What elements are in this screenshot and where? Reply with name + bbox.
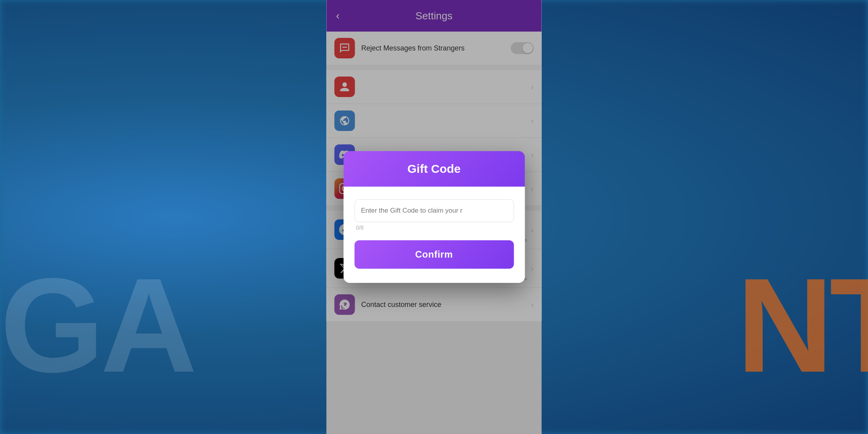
- char-count: 0/8: [354, 224, 514, 231]
- modal-body: 0/8 Confirm: [343, 187, 525, 283]
- background-text-left: GA: [0, 248, 193, 402]
- gift-code-input[interactable]: [354, 199, 514, 222]
- background-text-right: NT: [737, 248, 868, 402]
- modal-title: Gift Code: [408, 162, 461, 175]
- modal-header: Gift Code: [343, 151, 525, 187]
- phone-screen: ‹ Settings Reject Messages from Stranger…: [327, 0, 542, 434]
- confirm-button[interactable]: Confirm: [354, 240, 514, 269]
- gift-code-modal: Gift Code 0/8 Confirm: [343, 151, 525, 283]
- modal-overlay[interactable]: Gift Code 0/8 Confirm: [327, 0, 542, 434]
